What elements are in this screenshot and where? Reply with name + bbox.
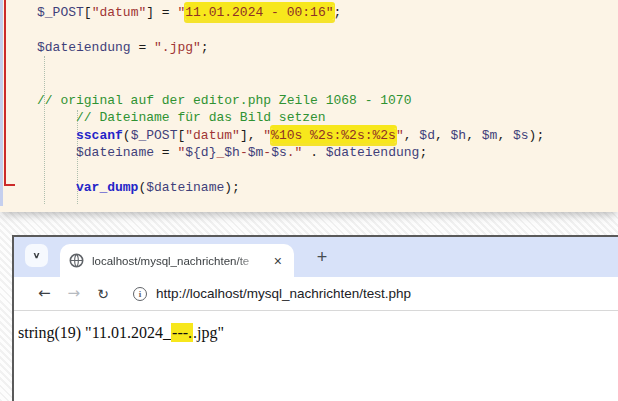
code-editor-pane: $_POST["datum"] = "11.01.2024 - 00:16"; … [0, 0, 618, 212]
tab-strip: ∨ localhost/mysql_nachrichten/te × + [14, 237, 618, 277]
globe-icon [69, 253, 84, 268]
output-text-suffix: .jpg" [193, 324, 224, 341]
browser-window: ∨ localhost/mysql_nachrichten/te × + ← →… [12, 235, 618, 401]
address-bar-url[interactable]: http://localhost/mysql_nachrichten/test.… [156, 286, 411, 301]
code-line [37, 162, 544, 180]
browser-toolbar: ← → ↻ i http://localhost/mysql_nachricht… [14, 277, 618, 310]
code-line: sscanf($_POST["datum"], "%10s %2s:%2s:%2… [37, 127, 544, 145]
code-line [37, 57, 544, 75]
back-button[interactable]: ← [38, 286, 51, 301]
active-tab[interactable]: localhost/mysql_nachrichten/te × [60, 244, 294, 277]
code-line: $_POST["datum"] = "11.01.2024 - 00:16"; [37, 4, 544, 22]
code-line: $dateiendung = ".jpg"; [37, 39, 544, 57]
editor-left-edge [0, 0, 3, 206]
code-line: var_dump($dateiname); [37, 179, 544, 197]
tab-search-button[interactable]: ∨ [25, 244, 48, 267]
code-line: // original auf der editor.php Zeile 106… [37, 92, 544, 110]
php-block-bracket-line [4, 0, 15, 186]
output-text-highlighted: ---. [171, 323, 193, 342]
code-line [37, 22, 544, 40]
code-line: // Dateiname für das Bild setzen [37, 109, 544, 127]
tab-title: localhost/mysql_nachrichten/te [92, 255, 267, 267]
code-line [37, 74, 544, 92]
chevron-down-icon: ∨ [32, 251, 40, 261]
forward-button[interactable]: → [68, 286, 81, 301]
new-tab-button[interactable]: + [310, 245, 334, 269]
page-output: string(19) "11.01.2024_---..jpg" [14, 311, 618, 342]
reload-button[interactable]: ↻ [97, 287, 109, 301]
tab-close-icon[interactable]: × [271, 253, 285, 269]
code-line: $dateiname = "${d}_$h-$m-$s." . $dateien… [37, 144, 544, 162]
code-block: $_POST["datum"] = "11.01.2024 - 00:16"; … [37, 4, 544, 197]
site-info-icon[interactable]: i [133, 287, 147, 301]
output-text-prefix: string(19) "11.01.2024_ [18, 324, 171, 341]
